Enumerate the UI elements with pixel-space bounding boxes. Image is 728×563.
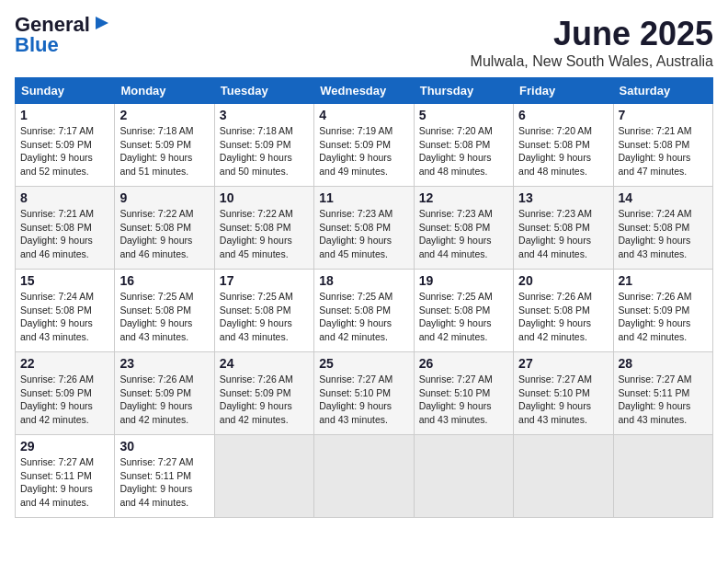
- cell-day-number: 3: [220, 108, 309, 122]
- sunrise-label: Sunrise: 7:26 AM: [518, 291, 592, 302]
- daylight-label: Daylight: 9 hours and 42 minutes.: [619, 317, 691, 342]
- cell-day-number: 13: [518, 190, 608, 205]
- sunset-label: Sunset: 5:09 PM: [220, 387, 291, 398]
- cell-sun-info: Sunrise: 7:27 AMSunset: 5:11 PMDaylight:…: [20, 455, 109, 510]
- daylight-label: Daylight: 9 hours and 45 minutes.: [319, 235, 392, 259]
- calendar-cell: 6Sunrise: 7:20 AMSunset: 5:08 PMDaylight…: [514, 104, 613, 187]
- daylight-label: Daylight: 9 hours and 45 minutes.: [220, 235, 292, 259]
- sunset-label: Sunset: 5:08 PM: [419, 139, 491, 150]
- sunset-label: Sunset: 5:08 PM: [419, 222, 491, 233]
- sunset-label: Sunset: 5:11 PM: [20, 470, 92, 481]
- sunset-label: Sunset: 5:08 PM: [20, 304, 92, 316]
- cell-day-number: 9: [119, 190, 209, 205]
- cell-sun-info: Sunrise: 7:23 AMSunset: 5:08 PMDaylight:…: [319, 207, 408, 261]
- sunrise-label: Sunrise: 7:19 AM: [319, 125, 392, 136]
- column-header-saturday: Saturday: [613, 78, 712, 104]
- sunset-label: Sunset: 5:09 PM: [619, 304, 690, 316]
- calendar-cell: 25Sunrise: 7:27 AMSunset: 5:10 PMDayligh…: [314, 352, 414, 435]
- cell-sun-info: Sunrise: 7:25 AMSunset: 5:08 PMDaylight:…: [319, 290, 408, 344]
- calendar-week-row: 1Sunrise: 7:17 AMSunset: 5:09 PMDaylight…: [16, 104, 713, 187]
- sunrise-label: Sunrise: 7:23 AM: [319, 208, 392, 219]
- logo: General Blue: [15, 15, 110, 55]
- column-header-thursday: Thursday: [414, 78, 513, 104]
- sunset-label: Sunset: 5:08 PM: [619, 222, 690, 233]
- cell-day-number: 18: [319, 273, 408, 288]
- sunset-label: Sunset: 5:10 PM: [518, 387, 590, 398]
- cell-sun-info: Sunrise: 7:26 AMSunset: 5:09 PMDaylight:…: [220, 373, 309, 427]
- daylight-label: Daylight: 9 hours and 46 minutes.: [119, 235, 192, 259]
- sunrise-label: Sunrise: 7:26 AM: [619, 291, 692, 302]
- daylight-label: Daylight: 9 hours and 48 minutes.: [518, 152, 591, 177]
- cell-day-number: 16: [119, 273, 209, 288]
- daylight-label: Daylight: 9 hours and 43 minutes.: [619, 235, 691, 259]
- svg-marker-0: [96, 17, 108, 29]
- daylight-label: Daylight: 9 hours and 44 minutes.: [119, 483, 192, 508]
- daylight-label: Daylight: 9 hours and 51 minutes.: [119, 152, 192, 177]
- cell-sun-info: Sunrise: 7:25 AMSunset: 5:08 PMDaylight:…: [419, 290, 508, 344]
- cell-sun-info: Sunrise: 7:21 AMSunset: 5:08 PMDaylight:…: [20, 207, 109, 261]
- cell-day-number: 21: [619, 273, 708, 288]
- sunrise-label: Sunrise: 7:23 AM: [419, 208, 493, 219]
- column-header-friday: Friday: [514, 78, 613, 104]
- daylight-label: Daylight: 9 hours and 42 minutes.: [220, 400, 292, 425]
- sunset-label: Sunset: 5:08 PM: [518, 139, 590, 150]
- sunset-label: Sunset: 5:08 PM: [119, 222, 191, 233]
- sunset-label: Sunset: 5:10 PM: [419, 387, 491, 398]
- sunrise-label: Sunrise: 7:18 AM: [220, 125, 293, 136]
- calendar-week-row: 29Sunrise: 7:27 AMSunset: 5:11 PMDayligh…: [16, 435, 713, 518]
- calendar-cell: 9Sunrise: 7:22 AMSunset: 5:08 PMDaylight…: [115, 187, 214, 270]
- daylight-label: Daylight: 9 hours and 42 minutes.: [319, 317, 392, 342]
- month-title: June 2025: [471, 15, 713, 53]
- calendar-cell: 14Sunrise: 7:24 AMSunset: 5:08 PMDayligh…: [613, 187, 712, 270]
- daylight-label: Daylight: 9 hours and 44 minutes.: [419, 235, 492, 259]
- sunrise-label: Sunrise: 7:20 AM: [518, 125, 592, 136]
- calendar-cell: [214, 435, 313, 518]
- cell-day-number: 24: [220, 356, 309, 371]
- calendar-cell: 8Sunrise: 7:21 AMSunset: 5:08 PMDaylight…: [16, 187, 115, 270]
- header: General Blue June 2025 Mulwala, New Sout…: [15, 15, 713, 70]
- daylight-label: Daylight: 9 hours and 48 minutes.: [419, 152, 492, 177]
- daylight-label: Daylight: 9 hours and 43 minutes.: [518, 400, 591, 425]
- calendar-cell: 19Sunrise: 7:25 AMSunset: 5:08 PMDayligh…: [414, 270, 513, 352]
- cell-sun-info: Sunrise: 7:23 AMSunset: 5:08 PMDaylight:…: [419, 207, 508, 261]
- calendar-cell: 29Sunrise: 7:27 AMSunset: 5:11 PMDayligh…: [16, 435, 115, 518]
- daylight-label: Daylight: 9 hours and 49 minutes.: [319, 152, 392, 177]
- calendar-cell: 18Sunrise: 7:25 AMSunset: 5:08 PMDayligh…: [314, 270, 414, 352]
- sunset-label: Sunset: 5:08 PM: [518, 304, 590, 316]
- cell-day-number: 15: [20, 273, 109, 288]
- calendar-cell: 26Sunrise: 7:27 AMSunset: 5:10 PMDayligh…: [414, 352, 513, 435]
- daylight-label: Daylight: 9 hours and 42 minutes.: [119, 400, 192, 425]
- calendar-cell: 10Sunrise: 7:22 AMSunset: 5:08 PMDayligh…: [214, 187, 313, 270]
- sunrise-label: Sunrise: 7:27 AM: [419, 373, 493, 385]
- cell-sun-info: Sunrise: 7:25 AMSunset: 5:08 PMDaylight:…: [220, 290, 309, 344]
- sunset-label: Sunset: 5:08 PM: [20, 222, 92, 233]
- cell-sun-info: Sunrise: 7:26 AMSunset: 5:09 PMDaylight:…: [619, 290, 708, 344]
- sunrise-label: Sunrise: 7:22 AM: [220, 208, 293, 219]
- calendar-cell: [314, 435, 414, 518]
- calendar-cell: 30Sunrise: 7:27 AMSunset: 5:11 PMDayligh…: [115, 435, 214, 518]
- cell-sun-info: Sunrise: 7:23 AMSunset: 5:08 PMDaylight:…: [518, 207, 608, 261]
- cell-sun-info: Sunrise: 7:27 AMSunset: 5:10 PMDaylight:…: [518, 373, 608, 427]
- cell-day-number: 20: [518, 273, 608, 288]
- sunrise-label: Sunrise: 7:21 AM: [619, 125, 692, 136]
- cell-sun-info: Sunrise: 7:19 AMSunset: 5:09 PMDaylight:…: [319, 124, 408, 178]
- calendar-cell: 22Sunrise: 7:26 AMSunset: 5:09 PMDayligh…: [16, 352, 115, 435]
- calendar-cell: 1Sunrise: 7:17 AMSunset: 5:09 PMDaylight…: [16, 104, 115, 187]
- cell-sun-info: Sunrise: 7:17 AMSunset: 5:09 PMDaylight:…: [20, 124, 109, 178]
- sunrise-label: Sunrise: 7:22 AM: [119, 208, 193, 219]
- daylight-label: Daylight: 9 hours and 47 minutes.: [619, 152, 691, 177]
- cell-sun-info: Sunrise: 7:20 AMSunset: 5:08 PMDaylight:…: [518, 124, 608, 178]
- column-header-tuesday: Tuesday: [214, 78, 313, 104]
- cell-sun-info: Sunrise: 7:21 AMSunset: 5:08 PMDaylight:…: [619, 124, 708, 178]
- location-title: Mulwala, New South Wales, Australia: [471, 53, 713, 70]
- cell-day-number: 2: [119, 108, 209, 122]
- daylight-label: Daylight: 9 hours and 46 minutes.: [20, 235, 93, 259]
- cell-day-number: 1: [20, 108, 109, 122]
- cell-day-number: 28: [619, 356, 708, 371]
- calendar-cell: [414, 435, 513, 518]
- calendar-cell: 20Sunrise: 7:26 AMSunset: 5:08 PMDayligh…: [514, 270, 613, 352]
- sunset-label: Sunset: 5:09 PM: [119, 387, 191, 398]
- cell-sun-info: Sunrise: 7:26 AMSunset: 5:09 PMDaylight:…: [20, 373, 109, 427]
- cell-day-number: 27: [518, 356, 608, 371]
- calendar-cell: 21Sunrise: 7:26 AMSunset: 5:09 PMDayligh…: [613, 270, 712, 352]
